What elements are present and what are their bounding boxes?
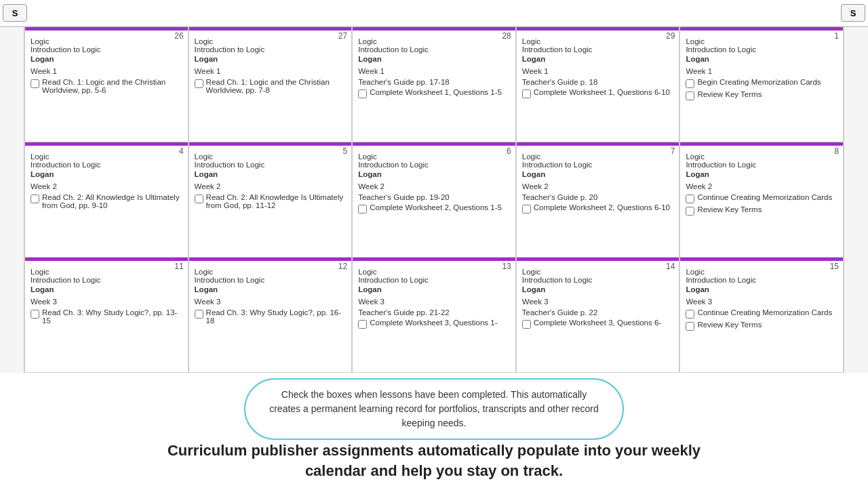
cell-week: Week 2 [195,182,347,190]
cell-text-0: Teacher's Guide pp. 19-20 [358,193,510,201]
checkbox-0[interactable] [686,79,694,88]
cell-text-0: Teacher's Guide p. 18 [522,78,674,86]
checkbox-label-1: Complete Worksheet 1, Questions 6-10 [534,88,670,96]
cell-item-checkbox-0[interactable]: Continue Creating Memorization Cards [686,193,837,203]
cell-student: Logan [686,285,837,293]
checkbox-label-0: Read Ch. 2: All Knowledge Is Ultimately … [206,193,347,209]
checkbox-label-0: Read Ch. 2: All Knowledge Is Ultimately … [42,193,182,209]
checkbox-1[interactable] [686,207,694,216]
cell-student: Logan [31,285,182,293]
cell-item-checkbox-1[interactable]: Review Key Terms [686,321,837,331]
calendar-cell-2-4: 15LogicIntroduction to LogicLoganWeek 3C… [679,258,844,373]
cell-date: 6 [507,146,511,156]
cell-content: LogicIntroduction to LogicLoganWeek 1Tea… [353,30,515,104]
checkbox-label-0: Read Ch. 3: Why Study Logic?, pp. 13-15 [42,308,182,325]
left-s-button[interactable]: S [3,4,27,22]
checkbox-0[interactable] [195,195,203,203]
calendar-cell-2-1: 12LogicIntroduction to LogicLoganWeek 3R… [189,258,353,373]
cell-week: Week 3 [522,298,674,306]
cell-content: LogicIntroduction to LogicLoganWeek 2Con… [680,146,843,222]
bottom-text: Curriculum publisher assignments automat… [0,434,868,487]
right-s-button[interactable]: S [841,4,865,22]
checkbox-0[interactable] [686,310,694,319]
checkbox-1[interactable] [686,92,694,100]
tooltip-bubble: Check the boxes when lessons have been c… [244,378,624,440]
checkbox-1[interactable] [522,320,531,329]
cell-item-checkbox-1[interactable]: Review Key Terms [686,205,837,216]
checkbox-label-1: Complete Worksheet 3, Questions 1- [370,319,497,327]
cell-content: LogicIntroduction to LogicLoganWeek 1Tea… [517,30,679,104]
checkbox-label-0: Continue Creating Memorization Cards [697,308,832,317]
checkbox-1[interactable] [686,322,694,331]
checkbox-0[interactable] [195,310,203,319]
checkbox-label-1: Review Key Terms [697,205,762,214]
cell-text-0: Teacher's Guide p. 20 [522,193,674,201]
right-spacer-row-2 [844,258,868,373]
checkbox-1[interactable] [522,89,531,98]
cell-item-checkbox-1[interactable]: Complete Worksheet 1, Questions 1-5 [358,88,510,98]
cell-text-0: Teacher's Guide pp. 21-22 [358,308,510,317]
checkbox-0[interactable] [686,195,694,203]
cell-date: 11 [174,262,183,271]
cell-content: LogicIntroduction to LogicLoganWeek 3Rea… [189,261,352,331]
cell-subject: LogicIntroduction to Logic [358,152,510,169]
right-spacer-row-1 [844,142,868,258]
cell-item-checkbox-0[interactable]: Read Ch. 3: Why Study Logic?, pp. 13-15 [31,308,182,325]
cell-date: 13 [502,262,511,271]
checkbox-1[interactable] [358,89,367,98]
cell-item-checkbox-0[interactable]: Read Ch. 2: All Knowledge Is Ultimately … [195,193,347,209]
cell-student: Logan [31,55,182,63]
calendar-cell-0-4: 1LogicIntroduction to LogicLoganWeek 1Be… [679,27,844,142]
cell-item-checkbox-1[interactable]: Complete Worksheet 2, Questions 6-10 [522,203,674,214]
cell-item-checkbox-1[interactable]: Complete Worksheet 1, Questions 6-10 [522,88,674,98]
cell-subject: LogicIntroduction to Logic [31,37,182,54]
calendar-cell-0-2: 28LogicIntroduction to LogicLoganWeek 1T… [352,27,516,142]
cell-subject: LogicIntroduction to Logic [195,37,347,54]
cell-content: LogicIntroduction to LogicLoganWeek 1Beg… [680,30,843,106]
checkbox-label-1: Review Key Terms [697,90,762,98]
cell-item-checkbox-1[interactable]: Complete Worksheet 2, Questions 1-5 [358,203,510,214]
cell-student: Logan [358,55,510,63]
checkbox-1[interactable] [358,205,367,214]
cell-text-0: Teacher's Guide pp. 17-18 [358,78,510,86]
cell-item-checkbox-1[interactable]: Complete Worksheet 3, Questions 1- [358,319,510,329]
cell-item-checkbox-0[interactable]: Read Ch. 2: All Knowledge Is Ultimately … [31,193,182,209]
cell-date: 29 [666,31,675,41]
cell-date: 15 [830,262,839,271]
cell-subject: LogicIntroduction to Logic [358,268,510,284]
cell-item-checkbox-0[interactable]: Read Ch. 1: Logic and the Christian Worl… [195,78,347,94]
calendar-cell-1-2: 6LogicIntroduction to LogicLoganWeek 2Te… [352,142,516,258]
checkbox-1[interactable] [522,205,531,214]
checkbox-0[interactable] [31,195,39,203]
checkbox-0[interactable] [31,310,39,319]
cell-item-checkbox-1[interactable]: Complete Worksheet 3, Questions 6- [522,319,674,329]
checkbox-label-1: Complete Worksheet 2, Questions 6-10 [534,203,670,211]
cell-item-checkbox-0[interactable]: Read Ch. 3: Why Study Logic?, pp. 16-18 [195,308,347,325]
right-spacer-row-0 [844,27,868,142]
checkbox-label-0: Read Ch. 1: Logic and the Christian Worl… [206,78,347,94]
cell-item-checkbox-0[interactable]: Begin Creating Memorization Cards [686,78,837,88]
cell-student: Logan [31,170,182,178]
calendar-grid: 26LogicIntroduction to LogicLoganWeek 1R… [0,26,868,373]
cell-content: LogicIntroduction to LogicLoganWeek 3Tea… [517,261,679,335]
cell-week: Week 1 [686,67,837,75]
checkbox-0[interactable] [31,79,39,88]
cell-item-checkbox-1[interactable]: Review Key Terms [686,90,837,100]
cell-week: Week 2 [522,182,674,190]
cell-week: Week 3 [358,298,510,306]
cell-item-checkbox-0[interactable]: Read Ch. 1: Logic and the Christian Worl… [31,78,182,94]
cell-content: LogicIntroduction to LogicLoganWeek 1Rea… [189,30,352,100]
cell-content: LogicIntroduction to LogicLoganWeek 3Con… [680,261,843,337]
cell-date: 28 [502,31,511,41]
cell-date: 8 [834,146,839,156]
checkbox-label-1: Complete Worksheet 3, Questions 6- [534,319,661,327]
checkbox-0[interactable] [195,79,203,88]
cell-date: 12 [338,262,347,271]
cell-week: Week 2 [358,182,510,190]
checkbox-1[interactable] [358,320,367,329]
checkbox-label-1: Review Key Terms [697,321,762,329]
cell-date: 4 [179,146,184,156]
cell-week: Week 3 [195,298,347,306]
cell-item-checkbox-0[interactable]: Continue Creating Memorization Cards [686,308,837,319]
cell-date: 14 [666,262,675,271]
